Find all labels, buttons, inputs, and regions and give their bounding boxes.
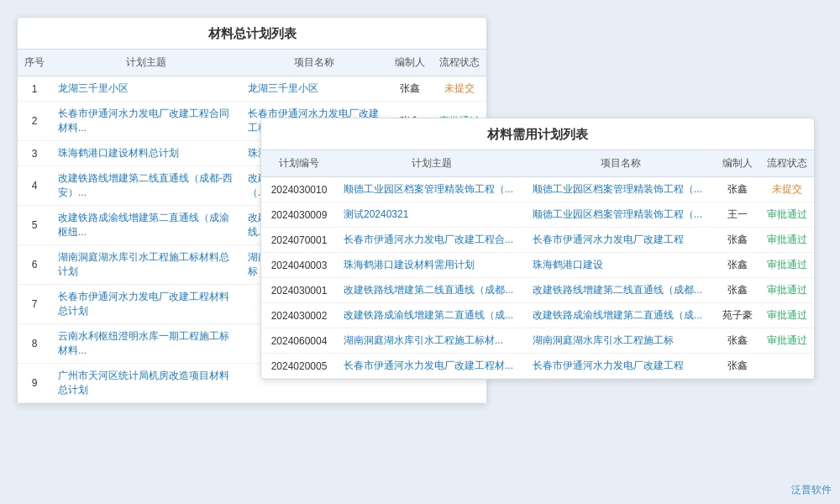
col-editor: 编制人: [387, 50, 433, 76]
cell-theme[interactable]: 改建铁路线增建第二线直通线（成都...: [337, 278, 526, 303]
col-project: 项目名称: [241, 50, 387, 76]
cell-editor: 张鑫: [387, 76, 433, 102]
cell-status: 审批通过: [760, 228, 814, 253]
cell-project[interactable]: 改建铁路线增建第二线直通线（成都...: [526, 278, 715, 303]
need-plan-title: 材料需用计划列表: [261, 118, 814, 150]
table-row: 1 龙湖三千里小区 龙湖三千里小区 张鑫 未提交: [18, 76, 486, 102]
cell-editor: 张鑫: [715, 253, 760, 278]
cell-theme[interactable]: 长春市伊通河水力发电厂改建工程合同材料...: [51, 102, 241, 141]
cell-theme[interactable]: 长春市伊通河水力发电厂改建工程材料总计划: [51, 285, 241, 324]
cell-code: 2024030010: [261, 177, 337, 202]
cell-num: 2: [18, 102, 51, 141]
cell-status: 审批通过: [760, 202, 814, 228]
cell-num: 4: [18, 166, 51, 206]
need-plan-card: 材料需用计划列表 计划编号 计划主题 项目名称 编制人 流程状态 2024030…: [260, 118, 815, 380]
cell-num: 3: [18, 141, 51, 166]
cell-project[interactable]: 改建铁路成渝线增建第二直通线（成...: [526, 303, 715, 328]
cell-code: 2024030009: [261, 202, 337, 228]
table-row: 2024030009 测试20240321 顺德工业园区档案管理精装饰工程（..…: [261, 202, 814, 228]
cell-project[interactable]: 顺德工业园区档案管理精装饰工程（...: [526, 202, 715, 228]
table-row: 2024060004 湖南洞庭湖水库引水工程施工标材... 湖南洞庭湖水库引水工…: [261, 328, 814, 354]
cell-theme[interactable]: 珠海鹤港口建设材料总计划: [51, 141, 241, 166]
cell-theme[interactable]: 湖南洞庭湖水库引水工程施工标材料总计划: [51, 245, 241, 285]
cell-theme[interactable]: 龙湖三千里小区: [51, 76, 241, 102]
cell-status: 审批通过: [760, 328, 814, 354]
col-theme: 计划主题: [51, 50, 241, 76]
cell-status: 未提交: [760, 177, 814, 202]
cell-num: 7: [18, 285, 51, 324]
table-row: 2024030001 改建铁路线增建第二线直通线（成都... 改建铁路线增建第二…: [261, 278, 814, 303]
cell-status: 审批通过: [760, 303, 814, 328]
cell-editor: 张鑫: [715, 328, 760, 354]
cell-theme[interactable]: 湖南洞庭湖水库引水工程施工标材...: [337, 328, 526, 354]
table-row: 2024030002 改建铁路成渝线增建第二直通线（成... 改建铁路成渝线增建…: [261, 303, 814, 328]
cell-editor: 张鑫: [715, 278, 760, 303]
cell-code: 2024040003: [261, 253, 337, 278]
col-code: 计划编号: [261, 150, 337, 177]
col-project2: 项目名称: [526, 150, 715, 177]
cell-theme[interactable]: 改建铁路线增建第二线直通线（成都-西安）...: [51, 166, 241, 206]
cell-theme[interactable]: 改建铁路成渝线增建第二直通线（成渝枢纽...: [51, 206, 241, 245]
col-status: 流程状态: [433, 50, 486, 76]
cell-editor: 王一: [715, 202, 760, 228]
col-editor2: 编制人: [715, 150, 760, 177]
cell-editor: 张鑫: [715, 228, 760, 253]
cell-code: 2024070001: [261, 228, 337, 253]
col-status2: 流程状态: [760, 150, 814, 177]
cell-project[interactable]: 顺德工业园区档案管理精装饰工程（...: [526, 177, 715, 202]
cell-num: 9: [18, 364, 51, 403]
need-plan-header-row: 计划编号 计划主题 项目名称 编制人 流程状态: [261, 150, 814, 177]
total-plan-header-row: 序号 计划主题 项目名称 编制人 流程状态: [18, 50, 486, 76]
cell-project[interactable]: 龙湖三千里小区: [241, 76, 387, 102]
watermark: 泛普软件: [791, 483, 832, 497]
cell-num: 5: [18, 206, 51, 245]
cell-theme[interactable]: 改建铁路成渝线增建第二直通线（成...: [337, 303, 526, 328]
need-plan-table: 计划编号 计划主题 项目名称 编制人 流程状态 2024030010 顺德工业园…: [261, 150, 814, 379]
cell-theme[interactable]: 广州市天河区统计局机房改造项目材料总计划: [51, 364, 241, 403]
cell-status: [760, 354, 814, 379]
cell-num: 1: [18, 76, 51, 102]
cell-theme[interactable]: 测试20240321: [337, 202, 526, 228]
need-plan-body: 2024030010 顺德工业园区档案管理精装饰工程（... 顺德工业园区档案管…: [261, 177, 814, 379]
cell-code: 2024030001: [261, 278, 337, 303]
cell-theme[interactable]: 顺德工业园区档案管理精装饰工程（...: [337, 177, 526, 202]
cell-project[interactable]: 珠海鹤港口建设: [526, 253, 715, 278]
cell-num: 8: [18, 324, 51, 364]
cell-project[interactable]: 长春市伊通河水力发电厂改建工程: [526, 354, 715, 379]
cell-editor: 苑子豪: [715, 303, 760, 328]
col-theme2: 计划主题: [337, 150, 526, 177]
cell-theme[interactable]: 珠海鹤港口建设材料需用计划: [337, 253, 526, 278]
cell-theme[interactable]: 长春市伊通河水力发电厂改建工程合...: [337, 228, 526, 253]
col-num: 序号: [18, 50, 51, 76]
cell-editor: 张鑫: [715, 354, 760, 379]
table-row: 2024040003 珠海鹤港口建设材料需用计划 珠海鹤港口建设 张鑫 审批通过: [261, 253, 814, 278]
total-plan-title: 材料总计划列表: [18, 18, 486, 50]
cell-theme[interactable]: 云南水利枢纽澄明水库一期工程施工标材料...: [51, 324, 241, 364]
cell-project[interactable]: 湖南洞庭湖水库引水工程施工标: [526, 328, 715, 354]
cell-num: 6: [18, 245, 51, 285]
table-row: 2024070001 长春市伊通河水力发电厂改建工程合... 长春市伊通河水力发…: [261, 228, 814, 253]
table-row: 2024020005 长春市伊通河水力发电厂改建工程材... 长春市伊通河水力发…: [261, 354, 814, 379]
cell-code: 2024020005: [261, 354, 337, 379]
cell-editor: 张鑫: [715, 177, 760, 202]
cell-status: 审批通过: [760, 278, 814, 303]
cell-status: 审批通过: [760, 253, 814, 278]
cell-code: 2024060004: [261, 328, 337, 354]
cell-code: 2024030002: [261, 303, 337, 328]
cell-project[interactable]: 长春市伊通河水力发电厂改建工程: [526, 228, 715, 253]
table-row: 2024030010 顺德工业园区档案管理精装饰工程（... 顺德工业园区档案管…: [261, 177, 814, 202]
cell-theme[interactable]: 长春市伊通河水力发电厂改建工程材...: [337, 354, 526, 379]
cell-status: 未提交: [433, 76, 486, 102]
